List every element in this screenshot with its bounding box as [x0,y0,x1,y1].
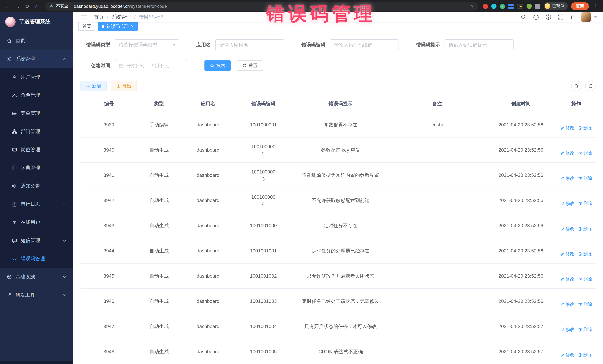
error-type-select[interactable]: 请选择错误码类型 ▾ [115,39,179,50]
edit-link[interactable]: 修改 [560,301,574,308]
edit-link[interactable]: 修改 [560,124,574,132]
browser-update-button[interactable]: 更新 [571,2,589,10]
sidebar-item-audit-log[interactable]: 审计日志 [0,195,73,213]
reset-button[interactable]: 重置 [237,60,263,71]
bookmark-star-icon[interactable]: ☆ [470,3,474,9]
app-title: 芋道管理系统 [19,19,50,25]
cell-memo [390,188,485,213]
error-code-input[interactable] [330,39,399,50]
delete-link[interactable]: 删除 [578,276,592,283]
extension-on-icon[interactable]: on [517,4,523,8]
cell-memo [390,163,485,188]
extension-grid-icon[interactable] [509,3,514,9]
trash-icon [578,302,582,307]
sidebar-item-home[interactable]: 首页 [0,32,73,50]
app-logo[interactable]: 芋道管理系统 [0,12,73,32]
edit-link[interactable]: 修改 [560,326,574,333]
cell-msg: 参数配置 key 重复 [292,137,389,163]
edit-link[interactable]: 修改 [560,251,574,258]
sidebar-item-system-management[interactable]: 系统管理 [0,50,73,68]
breadcrumb-system[interactable]: 系统管理 [112,14,131,20]
date-range-picker[interactable]: 开始日期 - 结束日期 [115,60,187,71]
hamburger-icon[interactable] [79,12,89,22]
delete-link[interactable]: 删除 [578,326,592,333]
edit-link[interactable]: 修改 [560,200,574,207]
delete-link[interactable]: 删除 [578,124,592,132]
trash-icon [578,202,582,206]
users-icon [12,92,17,98]
browser-menu-dots-icon[interactable]: ⋮ [592,3,599,9]
sidebar-item-dept-management[interactable]: 部门管理 [0,122,73,141]
cell-memo [390,137,485,163]
cell-id: 3945 [81,263,137,288]
browser-home-icon[interactable]: ⌂ [33,2,41,10]
sidebar-item-dev-tools[interactable]: 研发工具 [0,286,73,304]
cell-type: 自动生成 [137,314,181,339]
profile-paused-badge[interactable]: 已暂停 [544,2,568,10]
sidebar-item-notice[interactable]: 通知公告 [0,177,73,195]
delete-link[interactable]: 删除 [578,175,592,182]
profile-emoji-avatar [545,3,550,9]
search-button[interactable]: 搜索 [204,60,231,71]
browser-back-icon[interactable]: ← [4,2,12,10]
sidebar-item-menu-management[interactable]: 菜单管理 [0,104,73,122]
app-name-input[interactable] [215,39,284,50]
sidebar-item-infrastructure[interactable]: 基础设施 [0,268,73,286]
sidebar-item-post-management[interactable]: 岗位管理 [0,141,73,159]
export-button[interactable]: 导出 [111,81,137,91]
error-hint-input[interactable] [445,39,514,50]
edit-link[interactable]: 修改 [560,175,574,182]
table-refresh-icon[interactable] [585,81,596,91]
search-icon[interactable] [521,14,526,20]
cell-time: 2021-04-20 23:52:56 [485,238,557,263]
cell-actions: 修改 删除 [557,263,596,288]
delete-link[interactable]: 删除 [578,351,592,358]
sidebar-item-error-code-management[interactable]: 错误码管理 [0,249,73,268]
browser-reload-icon[interactable]: ↻ [23,2,31,10]
table-row: 3948 自动生成 dashboard 1001001005 CRON 表达式不… [81,339,596,364]
cell-app: dashboard [181,213,235,238]
cell-actions: 修改 删除 [557,288,596,314]
sidebar-item-online-users[interactable]: 在线用户 [0,213,73,231]
user-avatar[interactable] [581,12,591,22]
trash-icon [578,328,582,332]
delete-link[interactable]: 删除 [578,150,592,157]
font-size-icon[interactable]: TT [570,14,575,20]
edit-link[interactable]: 修改 [560,351,574,358]
breadcrumb-home[interactable]: 首页 [94,14,104,20]
extension-teal-icon[interactable] [491,3,497,9]
address-bar[interactable]: ⚠ 不安全 dashboard.yudao.iocoder.cn/system/… [45,2,478,11]
sidebar-item-user-management[interactable]: 用户管理 [0,68,73,86]
edit-link[interactable]: 修改 [560,225,574,232]
sidebar-item-dict-management[interactable]: 字典管理 [0,159,73,177]
delete-link[interactable]: 删除 [578,225,592,232]
not-secure-label[interactable]: 不安全 [56,3,68,9]
cell-type: 自动生成 [137,163,181,188]
github-icon[interactable] [533,14,539,20]
table-row: 3944 自动生成 dashboard 1001001001 定时任务的处理器已… [81,238,596,263]
cell-id: 3947 [81,314,137,339]
cell-id: 3939 [81,112,137,137]
edit-link[interactable]: 修改 [560,150,574,157]
extension-green-icon[interactable] [527,3,532,9]
delete-link[interactable]: 删除 [578,301,592,308]
delete-link[interactable]: 删除 [578,251,592,258]
table-search-icon[interactable] [571,81,581,91]
help-icon[interactable] [545,14,551,20]
extension-red-icon[interactable] [483,3,488,9]
sidebar-item-role-management[interactable]: 角色管理 [0,86,73,104]
cell-actions: 修改 删除 [557,112,596,137]
fullscreen-icon[interactable] [557,14,564,20]
edit-link[interactable]: 修改 [560,276,574,283]
plus-icon [86,84,90,88]
tab-error-code[interactable]: 错误码管理 × [98,22,138,31]
delete-link[interactable]: 删除 [578,200,592,207]
browser-forward-icon[interactable]: → [13,2,22,10]
extension-puzzle-icon[interactable] [535,3,540,9]
add-button[interactable]: 新增 [81,81,106,91]
sidebar-item-sms-management[interactable]: 短信管理 [0,231,73,249]
tab-home[interactable]: 首页 [78,22,95,31]
extension-vue-icon[interactable]: V [500,3,505,9]
id-badge-icon [12,147,17,152]
tab-close-icon[interactable]: × [131,24,134,29]
